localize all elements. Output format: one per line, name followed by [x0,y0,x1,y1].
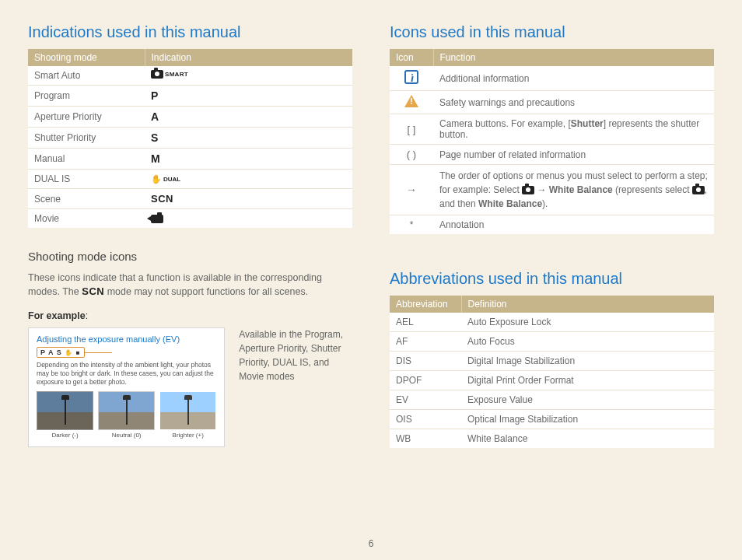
mode-cell: Scene [28,189,145,209]
indication-cell: M [145,149,352,170]
mode-cell: Smart Auto [28,66,145,86]
mode-cell: Movie [28,209,145,229]
camera-icon [522,186,534,194]
table-row: WBWhite Balance [390,429,714,449]
table-row: DPOFDigital Print Order Format [390,371,714,390]
abbr-cell: EV [390,390,461,410]
table-row: Aperture Priority A [28,107,352,128]
table-row: * Annotation [390,215,714,235]
icon-cell: [ ] [390,114,433,145]
indication-cell: SMART [145,66,352,86]
smart-auto-icon: SMART [151,70,188,79]
shooting-mode-icons-heading: Shooting mode icons [28,250,352,263]
table-row: Additional information [390,66,714,91]
table-row: OISOptical Image Stabilization [390,410,714,429]
indication-cell: SCN [145,189,352,209]
m-mode-icon: M [151,152,160,165]
function-cell: The order of options or menus you must s… [433,165,714,215]
function-cell: Camera buttons. For example, [Shutter] r… [433,114,714,145]
thumb-neutral: Neutral (0) [98,391,155,439]
mode-cell: DUAL IS [28,170,145,189]
th-definition: Definition [461,296,714,313]
thumb-darker: Darker (-) [37,391,93,439]
function-cell: Additional information [433,66,714,91]
table-row: [ ] Camera buttons. For example, [Shutte… [390,114,714,145]
example-box: Adjusting the exposure manually (EV) P A… [28,327,225,447]
table-row: Program P [28,86,352,107]
indication-cell [145,209,352,229]
text-span: Camera buttons. For example, [ [439,118,571,129]
definition-cell: Exposure Value [461,390,714,410]
icon-cell: ( ) [390,145,433,165]
abbr-cell: OIS [390,410,461,429]
abbr-cell: AEL [390,313,461,332]
th-icon: Icon [390,49,433,66]
mode-cell: Manual [28,149,145,170]
example-caption: Available in the Program, Aperture Prior… [239,327,352,383]
indication-cell: ✋DUAL [145,170,352,189]
mode-cell: Shutter Priority [28,128,145,149]
s-mode-icon: S [151,131,158,144]
indications-heading: Indications used in this manual [28,23,352,41]
thumb-label: Neutral (0) [98,432,155,439]
icon-cell: → [390,165,433,215]
text-span: ). [542,198,548,209]
movie-mode-icon [151,215,163,223]
table-row: AFAuto Focus [390,332,714,352]
icon-cell [390,91,433,114]
for-example-label: For example: [28,310,352,321]
definition-cell: Optical Image Stabilization [461,410,714,429]
table-row: Movie [28,209,352,229]
table-row: DUAL IS ✋DUAL [28,170,352,189]
left-column: Indications used in this manual Shooting… [28,23,352,448]
th-function: Function [433,49,714,66]
function-cell: Annotation [433,215,714,235]
table-row: Smart Auto SMART [28,66,352,86]
abbreviations-table: Abbreviation Definition AELAuto Exposure… [390,296,714,448]
bold-span: White Balance [549,184,613,195]
scn-mode-icon: SCN [151,193,173,205]
th-indication: Indication [145,49,352,66]
body-post: mode may not support functions for all s… [104,286,308,297]
mode-cell: Aperture Priority [28,107,145,128]
text-span: → [534,184,549,195]
abbr-cell: AF [390,332,461,352]
table-row: Manual M [28,149,352,170]
example-title: Adjusting the exposure manually (EV) [37,334,216,344]
warning-icon [404,95,418,107]
indications-table: Shooting mode Indication Smart Auto SMAR… [28,49,352,228]
thumb-label: Brighter (+) [159,432,216,439]
thumbs: Darker (-) Neutral (0) Brighter (+) [37,391,216,439]
definition-cell: Digital Print Order Format [461,371,714,390]
bold-span: Shutter [571,118,604,129]
function-cell: Page number of related information [433,145,714,165]
inline-scn-icon: SCN [82,285,104,297]
indication-cell: A [145,107,352,128]
definition-cell: Auto Focus [461,332,714,352]
example-wrap: Adjusting the exposure manually (EV) P A… [28,327,352,447]
mode-cell: Program [28,86,145,107]
abbr-cell: DIS [390,352,461,371]
abbr-cell: DPOF [390,371,461,390]
shooting-mode-icons-text: These icons indicate that a function is … [28,271,352,299]
thumb-label: Darker (-) [37,432,93,439]
table-row: Scene SCN [28,189,352,209]
table-row: ( ) Page number of related information [390,145,714,165]
abbreviations-heading: Abbreviations used in this manual [390,270,714,288]
mode-strip: P A S ✋ ■ [37,347,85,358]
table-row: DISDigital Image Stabilization [390,352,714,371]
th-shooting-mode: Shooting mode [28,49,145,66]
table-row: AELAuto Exposure Lock [390,313,714,332]
indication-cell: S [145,128,352,149]
table-row: Safety warnings and precautions [390,91,714,114]
th-abbr: Abbreviation [390,296,461,313]
a-mode-icon: A [151,110,159,123]
right-column: Icons used in this manual Icon Function … [390,23,714,448]
p-mode-icon: P [151,89,158,102]
icon-cell: * [390,215,433,235]
definition-cell: White Balance [461,429,714,449]
table-row: Shutter Priority S [28,128,352,149]
definition-cell: Digital Image Stabilization [461,352,714,371]
abbr-cell: WB [390,429,461,449]
function-cell: Safety warnings and precautions [433,91,714,114]
